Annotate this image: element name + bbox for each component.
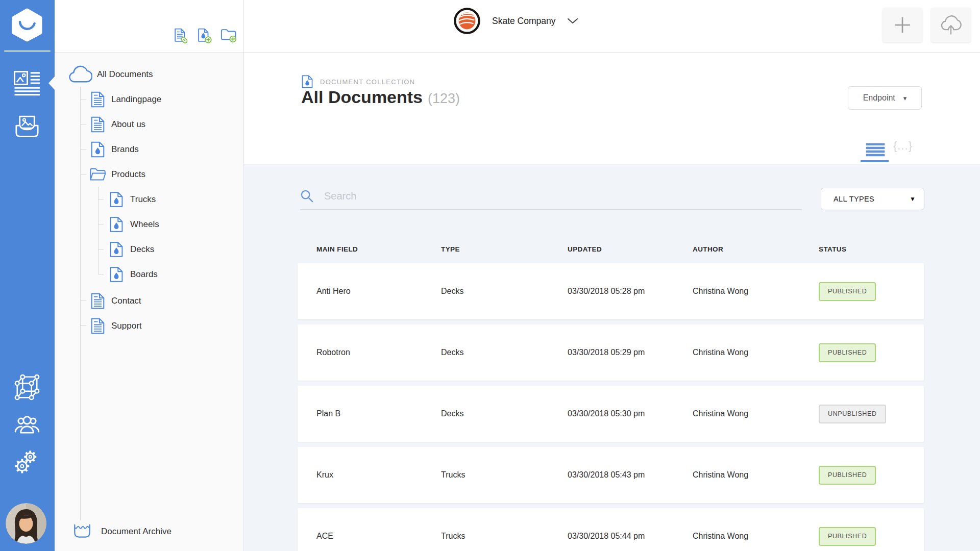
table-row[interactable]: Plan B Decks 03/30/2018 05:30 pm Christi… bbox=[298, 386, 924, 442]
content-icon bbox=[14, 71, 40, 96]
cell-main-field: Plan B bbox=[298, 409, 422, 418]
tree-item-all-documents[interactable]: All Documents bbox=[68, 66, 153, 83]
tree-item-label: Landingpage bbox=[111, 94, 161, 105]
tree-item-wheels[interactable]: Wheels bbox=[110, 216, 159, 233]
type-filter-select[interactable]: ALL TYPES ▼ bbox=[821, 188, 924, 210]
table-header-row: MAIN FIELD TYPE UPDATED AUTHOR STATUS bbox=[298, 239, 924, 259]
main-area: Skate Company DOCUME bbox=[244, 0, 980, 551]
collection-count: (123) bbox=[428, 91, 460, 106]
nav-media[interactable] bbox=[15, 115, 39, 139]
cloud-icon bbox=[68, 65, 92, 84]
add-folder-icon bbox=[220, 28, 237, 43]
tree-item-label: Trucks bbox=[130, 194, 156, 205]
asset-document-icon bbox=[110, 266, 123, 283]
search-input[interactable] bbox=[323, 190, 802, 203]
column-header: UPDATED bbox=[549, 245, 674, 253]
collection-title-text: All Documents bbox=[301, 87, 423, 107]
hexagon-logo-icon bbox=[10, 8, 44, 42]
tree-item-brands[interactable]: Brands bbox=[91, 141, 139, 158]
column-header: STATUS bbox=[800, 245, 924, 253]
tree-item-about-us[interactable]: About us bbox=[91, 116, 145, 133]
endpoint-button[interactable]: Endpoint ▾ bbox=[848, 86, 922, 110]
list-view-toggle[interactable] bbox=[865, 143, 886, 159]
tree-item-label: Wheels bbox=[130, 219, 159, 230]
add-folder-button[interactable] bbox=[220, 28, 237, 45]
cell-updated: 03/30/2018 05:30 pm bbox=[549, 409, 674, 418]
tree-connector-line bbox=[80, 87, 81, 520]
cell-main-field: Anti Hero bbox=[298, 287, 422, 296]
users-icon bbox=[14, 413, 40, 434]
nav-schema[interactable] bbox=[14, 374, 40, 403]
status-badge: PUBLISHED bbox=[819, 466, 876, 485]
page-title: All Documents(123) bbox=[301, 87, 460, 107]
cell-main-field: Robotron bbox=[298, 348, 422, 357]
table-row[interactable]: Krux Trucks 03/30/2018 05:43 pm Christin… bbox=[298, 447, 924, 503]
tree-item-label: About us bbox=[111, 119, 145, 130]
tree-item-products[interactable]: Products bbox=[89, 166, 145, 183]
nav-settings[interactable] bbox=[14, 449, 39, 476]
link-document-button[interactable] bbox=[173, 28, 188, 46]
table-row[interactable]: ACE Trucks 03/30/2018 05:44 pm Christina… bbox=[298, 508, 924, 551]
media-tray-icon bbox=[15, 115, 39, 137]
status-badge: PUBLISHED bbox=[819, 343, 876, 362]
folder-open-icon bbox=[89, 167, 107, 182]
company-logo-icon bbox=[453, 7, 481, 35]
asset-document-icon bbox=[110, 241, 123, 258]
collection-kicker: DOCUMENT COLLECTION bbox=[302, 75, 415, 88]
company-selector[interactable]: Skate Company bbox=[453, 7, 578, 35]
asset-document-icon bbox=[110, 191, 123, 208]
tree-item-support[interactable]: Support bbox=[91, 317, 142, 335]
asset-document-icon bbox=[91, 141, 105, 158]
tree-item-label: Products bbox=[111, 169, 145, 180]
tree-item-label: All Documents bbox=[97, 69, 153, 80]
cell-type: Decks bbox=[422, 287, 549, 296]
tree-item-boards[interactable]: Boards bbox=[110, 266, 158, 283]
cell-author: Christina Wong bbox=[674, 532, 800, 541]
chevron-down-icon bbox=[567, 18, 578, 24]
tree-tick bbox=[80, 300, 86, 301]
status-badge: UNPUBLISHED bbox=[819, 405, 886, 423]
endpoint-label: Endpoint bbox=[863, 93, 895, 103]
table-row[interactable]: Anti Hero Decks 03/30/2018 05:28 pm Chri… bbox=[298, 263, 924, 319]
archive-bucket-icon bbox=[72, 523, 92, 540]
cell-type: Trucks bbox=[422, 470, 549, 480]
type-filter-value: ALL TYPES bbox=[834, 195, 874, 203]
caret-down-icon: ▾ bbox=[903, 94, 907, 102]
create-document-button[interactable] bbox=[883, 8, 922, 42]
tree-item-contact[interactable]: Contact bbox=[91, 292, 141, 310]
add-asset-icon bbox=[197, 28, 212, 44]
upload-button[interactable] bbox=[931, 8, 971, 42]
kicker-label: DOCUMENT COLLECTION bbox=[320, 78, 415, 86]
tree-item-landingpage[interactable]: Landingpage bbox=[91, 91, 161, 108]
table-row[interactable]: Robotron Decks 03/30/2018 05:29 pm Chris… bbox=[298, 324, 924, 381]
document-link-icon bbox=[173, 28, 188, 44]
app-logo[interactable] bbox=[10, 8, 44, 44]
active-nav-notch bbox=[48, 77, 55, 90]
cell-author: Christina Wong bbox=[674, 287, 800, 296]
cell-main-field: Krux bbox=[298, 470, 422, 480]
list-view-icon bbox=[865, 143, 886, 157]
cell-type: Trucks bbox=[422, 532, 549, 541]
tree-tick bbox=[98, 274, 104, 274]
tree-item-trucks[interactable]: Trucks bbox=[110, 191, 156, 208]
column-header: TYPE bbox=[422, 245, 549, 253]
plus-icon bbox=[893, 16, 912, 34]
tree-item-label: Boards bbox=[130, 269, 158, 280]
nav-content-active[interactable] bbox=[14, 71, 40, 98]
tree-item-label: Brands bbox=[111, 144, 139, 155]
search-icon bbox=[300, 189, 314, 203]
cell-updated: 03/30/2018 05:43 pm bbox=[549, 470, 674, 480]
json-view-toggle[interactable]: {...} bbox=[893, 139, 913, 153]
document-tree-panel: All Documents Landingpage About us Brand… bbox=[55, 0, 244, 551]
tree-sub-connector-line bbox=[98, 187, 99, 274]
collection-header: DOCUMENT COLLECTION All Documents(123) E… bbox=[244, 53, 980, 164]
nav-team[interactable] bbox=[14, 413, 40, 436]
user-avatar[interactable] bbox=[6, 503, 46, 544]
add-asset-button[interactable] bbox=[197, 28, 212, 46]
cloud-upload-icon bbox=[940, 15, 962, 35]
tree-item-decks[interactable]: Decks bbox=[110, 241, 154, 258]
document-archive[interactable]: Document Archive bbox=[72, 523, 172, 540]
company-name: Skate Company bbox=[492, 16, 556, 27]
cell-type: Decks bbox=[422, 409, 549, 418]
archive-label: Document Archive bbox=[101, 527, 172, 537]
